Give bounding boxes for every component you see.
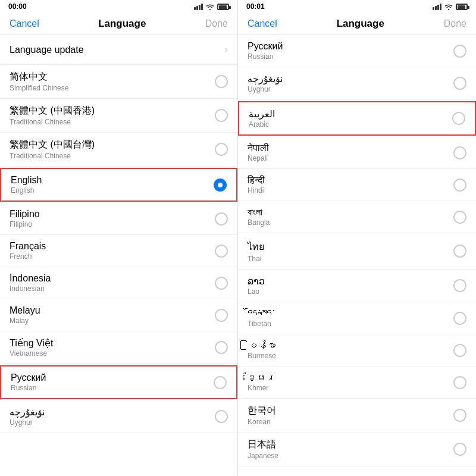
- radio-button[interactable]: [215, 309, 228, 322]
- radio-button[interactable]: [453, 409, 466, 422]
- item-text: བོད་སྐད་Tibetan: [248, 308, 276, 328]
- item-main-label: ไทย: [248, 239, 264, 254]
- status-bar-left: 00:00: [0, 0, 237, 13]
- item-sub-label: Khmer: [248, 384, 276, 392]
- list-item[interactable]: РусскийRussian: [0, 365, 237, 399]
- time-left: 00:00: [8, 2, 27, 11]
- item-sub-label: Simplified Chinese: [10, 84, 68, 92]
- radio-button[interactable]: [214, 178, 227, 192]
- list-item[interactable]: 日本語Japanese: [238, 433, 476, 466]
- language-update-item[interactable]: Language update ›: [0, 35, 237, 65]
- list-item[interactable]: 繁體中文 (中國香港)Traditional Chinese: [0, 99, 237, 133]
- list-item[interactable]: Tiếng ViệtVietnamese: [0, 331, 237, 364]
- item-text: नेपालीNepali: [248, 143, 269, 162]
- radio-button[interactable]: [453, 77, 466, 90]
- list-item[interactable]: 简体中文Simplified Chinese: [0, 65, 237, 99]
- item-sub-label: Tibetan: [248, 320, 276, 328]
- list-item[interactable]: 繁體中文 (中國台灣)Traditional Chinese: [0, 133, 237, 167]
- status-icons-left: [194, 3, 229, 10]
- item-main-label: 한국어: [248, 405, 276, 417]
- radio-button[interactable]: [453, 312, 466, 325]
- item-main-label: বাংলা: [248, 207, 270, 218]
- list-item[interactable]: ខ្មែរKhmer: [238, 367, 476, 399]
- radio-button[interactable]: [453, 376, 466, 389]
- language-list-right: РусскийRussianنۆيغۇرچەUyghurالعربيةArabi…: [238, 35, 476, 476]
- list-item[interactable]: ไทยThai: [238, 233, 476, 270]
- phone-panel-right: 00:01 Cancel Language Done РусскийRussia: [238, 0, 476, 476]
- radio-button[interactable]: [453, 211, 466, 224]
- list-item[interactable]: العربيةArabic: [238, 101, 476, 136]
- list-item[interactable]: FilipinoFilipino: [0, 203, 237, 235]
- radio-button[interactable]: [215, 143, 228, 156]
- radio-button[interactable]: [215, 245, 228, 258]
- list-item[interactable]: IndonesiaIndonesian: [0, 267, 237, 299]
- radio-button[interactable]: [215, 277, 228, 290]
- item-sub-label: Bangla: [248, 218, 270, 227]
- list-item[interactable]: EnglishEnglish: [0, 168, 237, 202]
- item-main-label: Русский: [248, 41, 283, 52]
- list-item[interactable]: བོད་སྐད་Tibetan: [238, 302, 476, 334]
- page-title-left: Language: [98, 18, 146, 30]
- radio-button[interactable]: [453, 279, 466, 292]
- item-sub-label: Uyghur: [248, 85, 283, 93]
- radio-button[interactable]: [453, 45, 466, 58]
- radio-button[interactable]: [453, 245, 466, 258]
- radio-button[interactable]: [453, 344, 466, 357]
- radio-button[interactable]: [453, 146, 466, 159]
- language-list-left: 简体中文Simplified Chinese繁體中文 (中國香港)Traditi…: [0, 65, 237, 476]
- item-sub-label: English: [11, 186, 42, 195]
- item-text: العربيةArabic: [249, 108, 275, 129]
- item-text: မြန်မာBurmese: [248, 340, 276, 360]
- time-right: 00:01: [246, 2, 265, 11]
- battery-icon-right: [456, 4, 468, 10]
- done-button-left[interactable]: Done: [205, 18, 228, 29]
- item-text: ខ្មែរKhmer: [248, 372, 276, 392]
- item-text: 繁體中文 (中國台灣)Traditional Chinese: [10, 139, 95, 160]
- item-main-label: हिन्दी: [248, 175, 265, 186]
- item-text: MelayuMalay: [10, 305, 40, 325]
- list-item[interactable]: ລາວLao: [238, 270, 476, 302]
- radio-button[interactable]: [215, 212, 228, 226]
- list-item[interactable]: РусскийRussian: [238, 35, 476, 67]
- list-item[interactable]: MelayuMalay: [0, 299, 237, 331]
- item-main-label: 繁體中文 (中國香港): [10, 105, 95, 117]
- item-text: EnglishEnglish: [11, 175, 42, 195]
- list-item[interactable]: نۆيغۇرچەUyghur: [0, 400, 237, 433]
- cancel-button-left[interactable]: Cancel: [10, 18, 39, 29]
- list-item[interactable]: বাংলাBangla: [238, 201, 476, 233]
- item-main-label: Русский: [11, 372, 46, 383]
- item-sub-label: Uyghur: [10, 418, 45, 427]
- item-main-label: English: [11, 175, 42, 186]
- status-icons-right: [433, 3, 468, 10]
- cancel-button-right[interactable]: Cancel: [248, 18, 277, 29]
- item-text: ລາວLao: [248, 275, 265, 296]
- item-main-label: Indonesia: [10, 273, 51, 284]
- page-title-right: Language: [337, 18, 384, 30]
- list-item[interactable]: نۆيغۇرچەUyghur: [238, 67, 476, 100]
- radio-button[interactable]: [215, 75, 228, 88]
- item-sub-label: Vietnamese: [10, 349, 53, 358]
- item-main-label: Tiếng Việt: [10, 337, 53, 349]
- radio-button[interactable]: [453, 178, 466, 192]
- item-text: 日本語Japanese: [248, 439, 278, 460]
- list-item[interactable]: မြန်မာBurmese: [238, 334, 476, 367]
- nav-bar-left: Cancel Language Done: [0, 13, 237, 35]
- item-sub-label: Malay: [10, 317, 40, 325]
- item-sub-label: Traditional Chinese: [10, 118, 95, 126]
- item-main-label: မြန်မာ: [248, 340, 276, 351]
- radio-button[interactable]: [453, 443, 466, 456]
- radio-button[interactable]: [452, 112, 465, 125]
- status-bar-right: 00:01: [238, 0, 476, 13]
- item-text: FilipinoFilipino: [10, 209, 40, 228]
- radio-button[interactable]: [215, 109, 228, 122]
- list-item[interactable]: हिन्दीHindi: [238, 169, 476, 201]
- radio-button[interactable]: [215, 410, 228, 423]
- done-button-right[interactable]: Done: [444, 18, 466, 29]
- radio-button[interactable]: [214, 376, 227, 389]
- item-text: IndonesiaIndonesian: [10, 273, 51, 293]
- item-sub-label: Nepali: [248, 154, 269, 162]
- radio-button[interactable]: [215, 341, 228, 354]
- list-item[interactable]: FrançaisFrench: [0, 235, 237, 267]
- list-item[interactable]: 한국어Korean: [238, 399, 476, 433]
- list-item[interactable]: नेपालीNepali: [238, 137, 476, 169]
